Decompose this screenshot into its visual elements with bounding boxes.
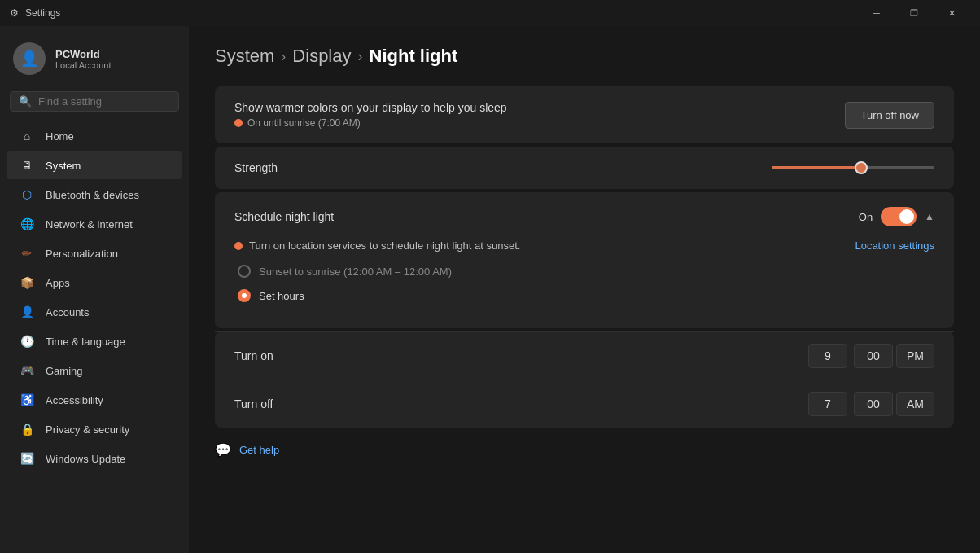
schedule-right: On ▲ <box>859 207 934 226</box>
system-icon: 🖥 <box>20 158 34 173</box>
sidebar-item-label: Accounts <box>46 306 89 318</box>
sidebar-item-home[interactable]: ⌂ Home <box>7 122 182 150</box>
radio-circle-1[interactable] <box>238 265 251 278</box>
titlebar-left: ⚙ Settings <box>10 7 60 19</box>
warning-left: Turn on location services to schedule ni… <box>234 239 520 252</box>
time-icon: 🕐 <box>20 334 34 349</box>
schedule-toggle[interactable] <box>881 207 917 226</box>
sidebar-item-label: Windows Update <box>46 453 125 465</box>
sidebar-item-accounts[interactable]: 👤 Accounts <box>7 298 182 326</box>
breadcrumb-sep-2: › <box>358 48 363 65</box>
toggle-knob <box>899 209 914 224</box>
radio-circle-2[interactable] <box>238 289 251 302</box>
turn-off-minute[interactable]: 00 <box>854 392 893 416</box>
app-body: 👤 PCWorld Local Account 🔍 ⌂ Home 🖥 Syste… <box>0 26 980 553</box>
turn-on-label: Turn on <box>234 349 273 362</box>
chevron-up-icon[interactable]: ▲ <box>925 211 934 222</box>
sidebar-item-privacy[interactable]: 🔒 Privacy & security <box>7 415 182 443</box>
sidebar-item-accessibility[interactable]: ♿ Accessibility <box>7 386 182 414</box>
turn-off-inputs: 7 00 AM <box>808 392 934 416</box>
schedule-body: Turn on location services to schedule ni… <box>234 239 934 302</box>
get-help-label[interactable]: Get help <box>239 444 279 456</box>
strength-label: Strength <box>234 161 278 174</box>
sidebar-item-bluetooth[interactable]: ⬡ Bluetooth & devices <box>7 181 182 208</box>
top-card-subtitle: On until sunrise (7:00 AM) <box>234 117 507 129</box>
strength-card: Strength <box>215 147 954 189</box>
sidebar-item-label: Network & internet <box>46 218 133 230</box>
sidebar-item-label: Personalization <box>46 248 118 260</box>
strength-slider-thumb[interactable] <box>855 161 868 174</box>
titlebar-controls: ─ ❐ ✕ <box>858 0 970 26</box>
privacy-icon: 🔒 <box>20 422 34 437</box>
user-info: PCWorld Local Account <box>55 48 112 70</box>
warning-dot <box>234 242 243 250</box>
gaming-icon: 🎮 <box>20 363 34 378</box>
bluetooth-icon: ⬡ <box>20 187 34 202</box>
titlebar: ⚙ Settings ─ ❐ ✕ <box>0 0 980 26</box>
turn-on-ampm[interactable]: PM <box>896 344 934 368</box>
turn-off-button[interactable]: Turn off now <box>845 102 934 129</box>
schedule-title: Schedule night light <box>234 210 334 223</box>
sidebar-item-time[interactable]: 🕐 Time & language <box>7 327 182 355</box>
radio-option-2[interactable]: Set hours <box>234 289 934 302</box>
avatar: 👤 <box>13 42 46 75</box>
top-section-card: Show warmer colors on your display to he… <box>215 86 954 143</box>
minimize-button[interactable]: ─ <box>858 0 895 26</box>
sidebar-item-label: Apps <box>46 277 70 289</box>
sidebar-item-network[interactable]: 🌐 Network & internet <box>7 210 182 238</box>
content-area: System › Display › Night light Show warm… <box>189 26 980 553</box>
personalization-icon: ✏ <box>20 246 34 261</box>
titlebar-title: Settings <box>25 7 60 19</box>
help-icon: 💬 <box>215 442 231 458</box>
apps-icon: 📦 <box>20 275 34 290</box>
schedule-header[interactable]: Schedule night light On ▲ <box>234 207 934 226</box>
sidebar-item-personalization[interactable]: ✏ Personalization <box>7 239 182 267</box>
turn-off-label: Turn off <box>234 397 273 410</box>
turn-off-hour[interactable]: 7 <box>808 392 847 416</box>
sidebar-item-label: Home <box>46 130 74 143</box>
turn-on-minute[interactable]: 00 <box>854 344 893 368</box>
user-section: 👤 PCWorld Local Account <box>0 33 189 91</box>
sidebar-item-system[interactable]: 🖥 System <box>7 151 182 179</box>
location-settings-link[interactable]: Location settings <box>855 239 934 252</box>
strength-slider-fill <box>772 166 861 169</box>
sidebar-item-apps[interactable]: 📦 Apps <box>7 269 182 296</box>
strength-slider-track[interactable] <box>772 166 934 169</box>
strength-slider-container[interactable] <box>772 166 934 169</box>
get-help-link[interactable]: 💬 Get help <box>215 442 954 458</box>
turn-on-hour[interactable]: 9 <box>808 344 847 368</box>
schedule-card: Schedule night light On ▲ Turn on locati… <box>215 192 954 328</box>
breadcrumb: System › Display › Night light <box>215 46 954 67</box>
status-dot <box>234 119 243 127</box>
close-button[interactable]: ✕ <box>933 0 970 26</box>
schedule-status: On <box>859 211 873 223</box>
turn-on-inputs: 9 00 PM <box>808 344 934 368</box>
accounts-icon: 👤 <box>20 305 34 319</box>
turn-off-ampm[interactable]: AM <box>896 392 934 416</box>
sidebar-item-gaming[interactable]: 🎮 Gaming <box>7 357 182 384</box>
radio-option-1[interactable]: Sunset to sunrise (12:00 AM – 12:00 AM) <box>234 265 934 278</box>
sidebar-item-update[interactable]: 🔄 Windows Update <box>7 445 182 472</box>
breadcrumb-system[interactable]: System <box>215 46 274 67</box>
breadcrumb-sep-1: › <box>281 48 286 65</box>
breadcrumb-display[interactable]: Display <box>292 46 351 67</box>
sidebar-item-label: Time & language <box>46 336 125 348</box>
warning-row: Turn on location services to schedule ni… <box>234 239 934 252</box>
user-role: Local Account <box>55 60 112 70</box>
search-box[interactable]: 🔍 <box>10 91 179 112</box>
settings-icon: ⚙ <box>10 7 19 19</box>
time-rows-card: Turn on 9 00 PM Turn off 7 00 AM <box>215 331 954 428</box>
turn-off-row: Turn off 7 00 AM <box>215 380 954 428</box>
warning-text: Turn on location services to schedule ni… <box>249 239 520 252</box>
breadcrumb-current: Night light <box>370 46 458 67</box>
maximize-button[interactable]: ❐ <box>895 0 933 26</box>
status-text: On until sunrise (7:00 AM) <box>247 117 361 129</box>
search-input[interactable] <box>38 95 175 108</box>
radio-label-2: Set hours <box>259 290 304 302</box>
home-icon: ⌂ <box>20 129 34 143</box>
accessibility-icon: ♿ <box>20 393 34 407</box>
sidebar-item-label: System <box>46 160 81 172</box>
turn-on-row: Turn on 9 00 PM <box>215 331 954 380</box>
sidebar-item-label: Bluetooth & devices <box>46 189 139 201</box>
radio-label-1: Sunset to sunrise (12:00 AM – 12:00 AM) <box>259 266 452 278</box>
